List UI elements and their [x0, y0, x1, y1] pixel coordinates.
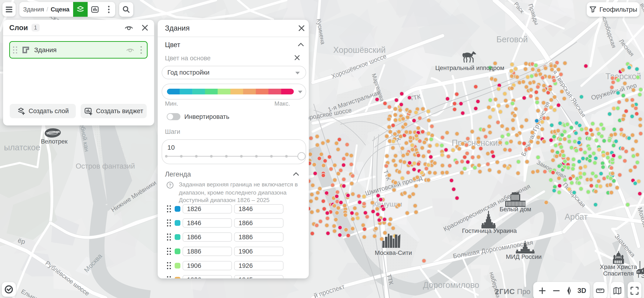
svg-text:ГЭ: ГЭ: [638, 272, 644, 279]
svg-text:Храм Христа: Храм Христа: [600, 264, 637, 270]
svg-text:Спасителя: Спасителя: [603, 270, 634, 277]
svg-text:Белый дом: Белый дом: [500, 206, 531, 213]
svg-text:Центральный ипподром: Центральный ипподром: [435, 64, 504, 71]
svg-text:ылатское: ылатское: [4, 143, 40, 152]
svg-text:Арбат: Арбат: [564, 212, 588, 221]
svg-text:МИД России: МИД России: [506, 253, 542, 260]
svg-text:Беговой: Беговой: [496, 35, 528, 44]
svg-text:Дорогомилово: Дорогомилово: [423, 281, 479, 290]
svg-text:Гостиница Украина: Гостиница Украина: [462, 227, 517, 234]
svg-text:Москва-Сити: Москва-Сити: [375, 249, 412, 256]
svg-text:Велотрек: Велотрек: [41, 138, 68, 145]
svg-text:Остров фантазий: Остров фантазий: [76, 162, 135, 170]
svg-text:Хорошёвский: Хорошёвский: [333, 45, 386, 55]
svg-text:?: ?: [169, 183, 171, 188]
